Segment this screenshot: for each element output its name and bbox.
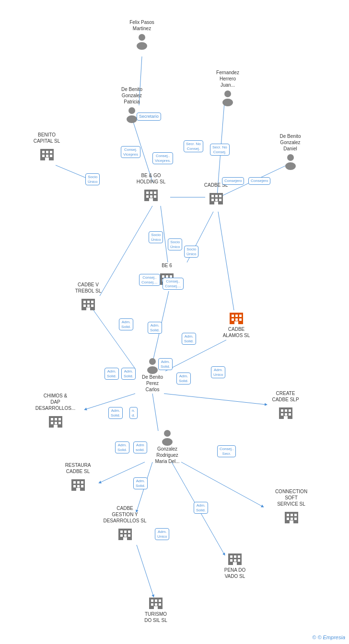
- svg-rect-132: [159, 599, 161, 602]
- svg-rect-99: [77, 481, 80, 484]
- svg-rect-49: [211, 199, 214, 201]
- svg-rect-48: [219, 195, 221, 197]
- svg-rect-74: [235, 318, 238, 321]
- svg-line-20: [137, 545, 153, 596]
- svg-rect-118: [124, 534, 127, 537]
- svg-rect-33: [42, 155, 45, 157]
- building-icon-pena-do-vado: [226, 550, 244, 567]
- svg-rect-103: [81, 485, 83, 487]
- badge-consejero-1: Consejero: [222, 177, 244, 185]
- badge-adm-solid-12: Adm.Solid.: [194, 502, 208, 514]
- node-debenito-daniel: De BenitoGonzalezDaniel: [270, 133, 311, 170]
- node-turismo-label: TURISMODO SIL SL: [144, 611, 167, 623]
- svg-rect-36: [45, 158, 49, 160]
- building-icon-be-go: [142, 186, 160, 203]
- badge-adm-solid-3: Adm.Solid.: [182, 333, 196, 345]
- svg-rect-109: [287, 518, 289, 520]
- svg-rect-86: [54, 425, 58, 428]
- svg-rect-116: [128, 531, 130, 533]
- node-fernandez-label: FernandezHerreroJuan...: [216, 69, 239, 88]
- node-turismo: TURISMODO SIL SL: [137, 594, 175, 624]
- badge-consej-vicepres-2: Consej..Vicepres.: [152, 152, 173, 164]
- svg-rect-44: [149, 198, 153, 201]
- svg-rect-102: [77, 485, 80, 487]
- node-create-cadbe-label: CREATECADBE SLP: [272, 390, 299, 403]
- svg-rect-134: [155, 603, 157, 606]
- svg-point-25: [128, 107, 135, 114]
- node-chimos: CHIMOS &DAPDESARROLLOS...: [33, 393, 78, 429]
- node-cadbe-sl: CADBE SL: [198, 182, 234, 206]
- svg-rect-119: [128, 534, 130, 537]
- person-icon-gonzalez: [159, 429, 176, 446]
- svg-rect-114: [120, 531, 123, 533]
- svg-rect-125: [230, 559, 233, 562]
- node-debenito-patricia-label: De BenitoGonzalezPatricia: [121, 86, 142, 105]
- person-icon-felix: [133, 33, 151, 50]
- svg-rect-127: [238, 559, 240, 562]
- svg-rect-100: [81, 481, 83, 484]
- node-debenito-carlos-label: De BenitoPerezCarlos: [142, 374, 163, 393]
- svg-point-26: [127, 115, 137, 123]
- badge-socio-unico-1: SocioÚnico: [85, 173, 100, 185]
- node-restaura-label: RESTAURACADBE SL: [65, 462, 91, 475]
- svg-rect-30: [42, 151, 45, 153]
- svg-rect-32: [50, 151, 52, 153]
- badge-secretario: Secretario: [137, 113, 161, 121]
- node-gonzalez-label: GonzalezRodriguezMaria Del...: [155, 446, 179, 464]
- svg-line-17: [181, 462, 263, 507]
- svg-point-23: [224, 90, 231, 97]
- node-cadbe-alamos: CADBEALAMOS SL: [215, 309, 258, 339]
- node-cadbe-trebol: CADBE VTREBOL SL: [69, 282, 108, 312]
- svg-rect-115: [124, 531, 127, 533]
- svg-rect-128: [233, 562, 237, 565]
- svg-rect-131: [155, 599, 157, 602]
- svg-rect-42: [150, 195, 152, 198]
- node-restaura: RESTAURACADBE SL: [58, 462, 98, 493]
- building-icon-create-cadbe: [277, 404, 294, 421]
- svg-rect-80: [51, 418, 53, 420]
- svg-rect-94: [284, 416, 288, 419]
- svg-rect-39: [150, 192, 152, 194]
- node-pena-do-vado-label: PENA DOVADO SL: [224, 567, 245, 579]
- badge-secr-no-consej-1: Secr. NoConsej.: [184, 140, 203, 152]
- badge-n-d: n.d.: [129, 407, 138, 419]
- badge-adm-unico-2: Adm.Unico: [155, 528, 169, 540]
- svg-point-77: [149, 358, 156, 365]
- svg-rect-46: [211, 195, 214, 197]
- badge-secr-no-consej-2: Secr. NoConsej.: [210, 144, 230, 156]
- svg-rect-73: [232, 318, 234, 321]
- svg-rect-59: [91, 305, 93, 307]
- svg-rect-60: [86, 307, 90, 310]
- svg-rect-71: [235, 315, 238, 317]
- node-benito-capital: BENITOCAPITAL SL: [26, 132, 67, 162]
- svg-rect-50: [215, 199, 218, 201]
- svg-rect-76: [234, 321, 238, 324]
- badge-consej-secr: Consej..Secr.: [217, 445, 236, 457]
- svg-rect-93: [289, 413, 291, 416]
- svg-rect-57: [83, 305, 86, 307]
- badge-consej-consej-2: Consej..Consej....: [163, 278, 184, 290]
- svg-rect-117: [120, 534, 123, 537]
- svg-rect-35: [50, 155, 52, 157]
- badge-adm-solid-6: Adm.Solid.: [158, 358, 173, 370]
- connection-lines: [0, 0, 349, 644]
- svg-rect-84: [55, 422, 57, 424]
- svg-rect-31: [46, 151, 48, 153]
- node-debenito-daniel-label: De BenitoGonzalezDaniel: [280, 133, 301, 152]
- badge-adm-solid-10: Admsolid.: [133, 441, 147, 453]
- watermark-text: © Empresia: [317, 634, 345, 640]
- node-connection-soft-label: CONNECTIONSOFTSERVICE SL: [275, 488, 307, 507]
- node-cadbe-gestion-label: CADBEGESTION YDESARROLLOS SL: [103, 505, 146, 524]
- chart-container: Felix Pasos Martinez FernandezHerreroJua…: [0, 0, 349, 644]
- node-pena-do-vado: PENA DOVADO SL: [216, 550, 254, 580]
- person-icon-daniel: [282, 153, 299, 170]
- svg-rect-122: [230, 555, 233, 558]
- svg-rect-85: [58, 422, 61, 424]
- building-icon-connection-soft: [283, 508, 300, 525]
- svg-point-22: [137, 42, 147, 50]
- node-connection-soft: CONNECTIONSOFTSERVICE SL: [268, 488, 314, 525]
- svg-rect-104: [76, 488, 80, 491]
- svg-rect-98: [73, 481, 76, 484]
- svg-rect-52: [214, 202, 218, 204]
- svg-line-9: [218, 212, 234, 310]
